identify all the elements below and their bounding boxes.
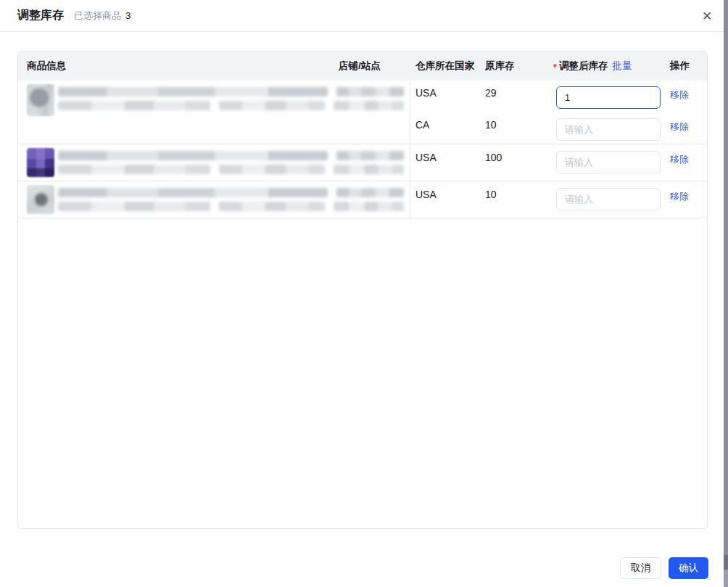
cancel-button[interactable]: 取消: [620, 557, 661, 579]
redacted-store-bar: [336, 87, 404, 97]
column-header-action: 操作: [663, 59, 707, 73]
adjust-stock-input[interactable]: [556, 151, 661, 173]
selected-count: 3: [125, 10, 131, 21]
inventory-table: 商品信息 店铺/站点 仓库所在国家 原库存 * 调整后库存 批量 操作: [17, 51, 708, 529]
product-info-cell: [18, 181, 410, 218]
product-info-cell: [18, 144, 410, 181]
adjust-stock-input[interactable]: [556, 118, 661, 141]
redacted-product-text: [58, 185, 404, 218]
product-thumbnail: [27, 148, 54, 177]
original-stock-value: 29: [480, 87, 550, 99]
table-body: USA 29 移除 CA 10 移除: [18, 81, 707, 528]
batch-fill-link[interactable]: 批量: [613, 59, 632, 73]
remove-link[interactable]: 移除: [670, 154, 689, 165]
original-stock-value: 100: [480, 152, 550, 163]
column-header-warehouse-country: 仓库所在国家: [410, 59, 480, 73]
adjust-stock-input[interactable]: [556, 86, 661, 109]
selected-summary: 已选择商品 3: [74, 9, 131, 22]
required-asterisk: *: [553, 62, 557, 73]
adjust-stock-input[interactable]: [556, 188, 661, 210]
warehouse-country: USA: [410, 189, 480, 200]
warehouse-country: USA: [410, 152, 480, 163]
redacted-store-bar: [334, 101, 404, 110]
redacted-text-bar: [58, 101, 210, 110]
original-stock-value: 10: [480, 119, 550, 131]
original-stock-value: 10: [480, 189, 550, 200]
redacted-store-bar: [334, 165, 404, 174]
redacted-text-bar: [58, 151, 328, 160]
product-info-cell: [18, 81, 410, 144]
redacted-product-text: [58, 84, 404, 144]
redacted-store-bar: [334, 202, 404, 211]
adjust-inventory-modal: 调整库存 已选择商品 3 ✕ 商品信息 店铺/站点 仓库所在国家 原库存 * 调…: [0, 0, 728, 587]
vertical-scrollbar[interactable]: [724, 0, 728, 587]
column-header-product: 商品信息: [18, 59, 339, 73]
remove-link[interactable]: 移除: [670, 121, 689, 132]
modal-title: 调整库存: [17, 8, 64, 23]
warehouse-row: USA 29 移除: [410, 81, 707, 112]
modal-footer: 取消 确认: [620, 557, 708, 579]
remove-link[interactable]: 移除: [670, 89, 689, 100]
redacted-text-bar: [58, 202, 210, 211]
redacted-store-bar: [336, 151, 404, 160]
product-thumbnail: [27, 185, 54, 214]
modal-header: 调整库存 已选择商品 3: [0, 0, 728, 32]
table-row: USA 29 移除 CA 10 移除: [18, 81, 707, 144]
remove-link[interactable]: 移除: [670, 191, 689, 202]
redacted-text-bar: [58, 87, 328, 97]
confirm-button[interactable]: 确认: [669, 557, 708, 579]
table-header-row: 商品信息 店铺/站点 仓库所在国家 原库存 * 调整后库存 批量 操作: [18, 52, 707, 81]
redacted-text-bar: [58, 165, 210, 174]
table-row: USA 100 移除: [18, 144, 707, 181]
column-header-store: 店铺/站点: [339, 59, 410, 73]
product-thumbnail: [27, 84, 54, 116]
warehouse-country: CA: [410, 119, 480, 131]
redacted-text-bar: [219, 101, 325, 110]
column-header-original-stock: 原库存: [480, 59, 550, 73]
adjusted-stock-label: 调整后库存: [559, 59, 608, 73]
empty-table-area: [18, 218, 707, 528]
warehouse-row: USA 100 移除: [410, 144, 707, 181]
selected-label: 已选择商品: [74, 9, 121, 22]
warehouse-row: USA 10 移除: [410, 181, 707, 218]
redacted-text-bar: [219, 202, 325, 211]
warehouse-country: USA: [410, 87, 480, 99]
redacted-text-bar: [58, 188, 328, 197]
column-header-adjusted-stock: * 调整后库存 批量: [550, 59, 663, 73]
redacted-product-text: [58, 148, 404, 181]
redacted-store-bar: [336, 188, 404, 197]
warehouse-row: CA 10 移除: [410, 112, 707, 144]
close-icon[interactable]: ✕: [699, 8, 715, 24]
redacted-text-bar: [219, 165, 325, 174]
table-row: USA 10 移除: [18, 181, 707, 218]
